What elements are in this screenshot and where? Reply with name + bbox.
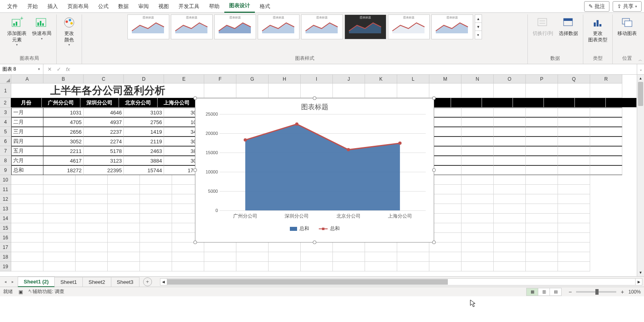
- cell[interactable]: [526, 146, 558, 156]
- cell[interactable]: [461, 214, 494, 223]
- zoom-in-button[interactable]: +: [619, 289, 625, 295]
- cell[interactable]: 4937: [84, 117, 124, 127]
- col-Q[interactable]: Q: [558, 75, 590, 84]
- chart-plot-area[interactable]: 0500010000150002000025000: [219, 114, 426, 210]
- cell[interactable]: 1031: [43, 108, 84, 117]
- cancel-formula-button[interactable]: ✕: [47, 66, 52, 72]
- resize-handle-r[interactable]: [432, 168, 436, 172]
- cell[interactable]: [76, 223, 108, 233]
- cell[interactable]: [526, 137, 558, 146]
- cell[interactable]: [513, 98, 544, 108]
- cell[interactable]: [236, 262, 269, 271]
- resize-handle-l[interactable]: [193, 168, 197, 172]
- cell[interactable]: 4646: [84, 108, 124, 117]
- cell[interactable]: [558, 156, 590, 165]
- cell[interactable]: 22395: [84, 165, 124, 175]
- cell[interactable]: [494, 117, 526, 127]
- share-button[interactable]: ⇪ 共享▾: [613, 1, 642, 12]
- cell[interactable]: [526, 84, 558, 98]
- cell[interactable]: [429, 204, 461, 214]
- cell[interactable]: [236, 243, 269, 252]
- cell[interactable]: [11, 252, 43, 262]
- embedded-chart[interactable]: 图表标题 0500010000150002000025000 广州分公司深圳分公…: [195, 98, 434, 243]
- resize-handle-b[interactable]: [313, 240, 316, 244]
- cell[interactable]: [236, 252, 269, 262]
- cell[interactable]: [526, 165, 558, 175]
- cell[interactable]: [108, 185, 140, 194]
- cell[interactable]: [461, 194, 494, 204]
- col-M[interactable]: M: [429, 75, 461, 84]
- cell[interactable]: 2237: [84, 127, 124, 137]
- cell[interactable]: [108, 223, 140, 233]
- row-header-13[interactable]: 13: [0, 204, 11, 214]
- cell[interactable]: [461, 127, 494, 137]
- cell[interactable]: 2756: [124, 117, 164, 127]
- cell[interactable]: [461, 146, 494, 156]
- menu-devtools[interactable]: 开发工具: [174, 0, 204, 12]
- cell[interactable]: [76, 252, 108, 262]
- resize-handle-t[interactable]: [313, 96, 316, 100]
- cell[interactable]: [269, 252, 301, 262]
- col-H[interactable]: H: [269, 75, 301, 84]
- cell[interactable]: [301, 252, 333, 262]
- cell[interactable]: [236, 84, 269, 98]
- chart-style-6[interactable]: 图表标题: [345, 14, 386, 39]
- gallery-down-button[interactable]: ▼: [475, 23, 482, 31]
- cell[interactable]: [333, 262, 365, 271]
- cell[interactable]: [558, 127, 590, 137]
- cell[interactable]: [76, 175, 108, 185]
- menu-file[interactable]: 文件: [2, 0, 23, 12]
- cell[interactable]: [526, 194, 558, 204]
- cell[interactable]: 3123: [84, 156, 124, 165]
- cell[interactable]: [365, 243, 397, 252]
- vscroll-thumb[interactable]: [638, 82, 643, 106]
- cell[interactable]: [172, 243, 204, 252]
- cell[interactable]: [76, 233, 108, 243]
- col-R[interactable]: R: [590, 75, 622, 84]
- cell[interactable]: [461, 233, 494, 243]
- cell[interactable]: 3103: [124, 108, 164, 117]
- cell[interactable]: 三月: [11, 127, 43, 137]
- col-F[interactable]: F: [204, 75, 236, 84]
- cell[interactable]: [526, 223, 558, 233]
- cell[interactable]: [558, 84, 590, 98]
- zoom-percent[interactable]: 100%: [628, 289, 641, 295]
- cell[interactable]: [558, 252, 590, 262]
- cell[interactable]: [526, 108, 558, 117]
- name-box[interactable]: ▼: [0, 64, 43, 74]
- cell[interactable]: [494, 262, 526, 271]
- cell[interactable]: [11, 243, 43, 252]
- cell[interactable]: 二月: [11, 117, 43, 127]
- hscroll-track[interactable]: [167, 278, 635, 285]
- col-G[interactable]: G: [236, 75, 269, 84]
- menu-page-layout[interactable]: 页面布局: [63, 0, 93, 12]
- row-header-6[interactable]: 6: [0, 137, 11, 146]
- cell[interactable]: [397, 243, 429, 252]
- cell[interactable]: 月份: [11, 98, 42, 108]
- cell[interactable]: [397, 262, 429, 271]
- cell[interactable]: [108, 262, 140, 271]
- cell[interactable]: 总和: [11, 165, 43, 175]
- tab-nav-last[interactable]: ▸: [9, 279, 16, 284]
- cell[interactable]: [494, 252, 526, 262]
- cell[interactable]: [204, 262, 236, 271]
- row-header-8[interactable]: 8: [0, 156, 11, 165]
- cell[interactable]: [76, 243, 108, 252]
- row-header-7[interactable]: 7: [0, 146, 11, 156]
- cell[interactable]: [108, 204, 140, 214]
- cell[interactable]: 四月: [11, 137, 43, 146]
- cell[interactable]: [429, 127, 461, 137]
- cell[interactable]: [461, 185, 494, 194]
- cell[interactable]: 六月: [11, 156, 43, 165]
- row-header-18[interactable]: 18: [0, 252, 11, 262]
- cell[interactable]: [590, 137, 622, 146]
- cell[interactable]: [140, 223, 172, 233]
- row-header-14[interactable]: 14: [0, 214, 11, 223]
- menu-formulas[interactable]: 公式: [93, 0, 113, 12]
- cell[interactable]: [461, 137, 494, 146]
- resize-handle-tl[interactable]: [193, 96, 197, 100]
- cell[interactable]: 2119: [124, 137, 164, 146]
- cell[interactable]: [590, 84, 622, 98]
- cell[interactable]: [526, 233, 558, 243]
- cell[interactable]: [43, 185, 76, 194]
